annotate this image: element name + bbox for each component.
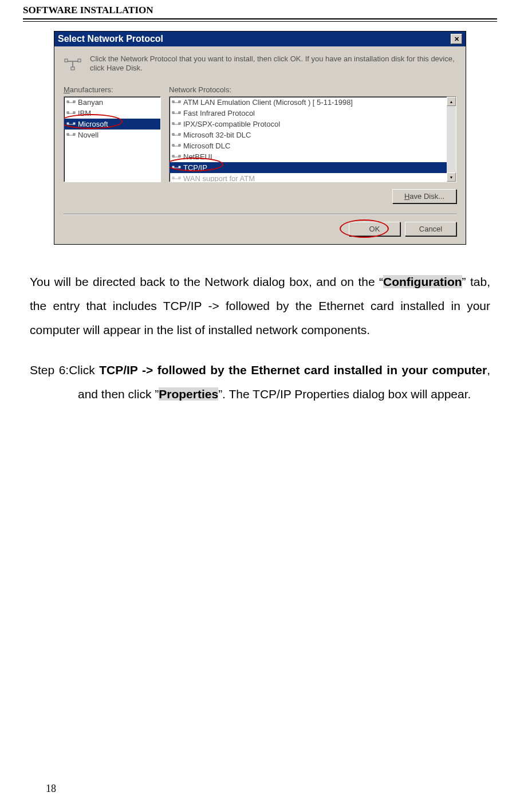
scroll-down-button[interactable]: ▾ [447, 172, 456, 182]
list-item-selected[interactable]: TCP/IP [170, 162, 447, 173]
protocols-listbox[interactable]: ATM LAN Emulation Client (Microsoft ) [ … [169, 96, 456, 182]
protocol-icon [172, 153, 181, 161]
svg-rect-37 [179, 166, 180, 168]
svg-rect-19 [179, 101, 180, 103]
svg-rect-33 [172, 155, 174, 157]
screenshot-figure: Select Network Protocol ✕ [23, 19, 497, 256]
svg-rect-7 [73, 101, 75, 103]
list-item[interactable]: Banyan [64, 97, 160, 108]
highlight-properties: Properties [159, 387, 218, 401]
protocol-icon [172, 109, 181, 117]
svg-rect-27 [172, 134, 174, 135]
svg-rect-4 [71, 67, 74, 70]
network-protocol-icon [64, 56, 82, 74]
manufacturers-label: Manufacturers: [64, 85, 161, 94]
svg-rect-22 [179, 112, 180, 113]
list-item[interactable]: Microsoft 32-bit DLC [170, 130, 447, 140]
step-label: Step 6: [30, 363, 69, 376]
list-item[interactable]: IBM [64, 108, 160, 119]
svg-rect-36 [172, 166, 174, 168]
protocols-label: Network Protocols: [169, 85, 456, 94]
list-item[interactable]: Novell [64, 130, 160, 140]
svg-rect-16 [73, 134, 75, 135]
have-disk-button[interactable]: Have Disk... [392, 189, 456, 203]
svg-rect-10 [73, 112, 75, 113]
svg-rect-39 [172, 177, 174, 179]
ok-button[interactable]: OK [349, 222, 400, 236]
close-button[interactable]: ✕ [451, 34, 462, 44]
dialog-titlebar: Select Network Protocol ✕ [54, 32, 466, 46]
svg-rect-21 [172, 112, 174, 113]
cancel-button[interactable]: Cancel [405, 222, 456, 236]
page-header: SOFTWARE INSTALLATION [23, 0, 497, 19]
page-number: 18 [46, 783, 56, 795]
close-icon: ✕ [454, 36, 459, 43]
svg-rect-3 [78, 59, 81, 62]
svg-rect-25 [179, 123, 180, 124]
list-item[interactable]: IPX/SPX-compatible Protocol [170, 119, 447, 130]
manufacturers-listbox[interactable]: Banyan IBM Microsoft [64, 96, 161, 182]
protocol-icon [66, 109, 76, 117]
list-item[interactable]: Fast Infrared Protocol [170, 108, 447, 119]
scroll-track[interactable] [447, 106, 456, 172]
protocol-icon [66, 120, 76, 128]
protocol-icon [172, 131, 181, 139]
svg-rect-30 [172, 144, 174, 146]
scrollbar-vertical[interactable]: ▴ ▾ [447, 97, 456, 182]
svg-rect-31 [179, 144, 180, 146]
list-item[interactable]: Microsoft DLC [170, 140, 447, 151]
list-item[interactable]: NetBEUI [170, 151, 447, 162]
svg-rect-28 [179, 134, 180, 135]
body-text: You will be directed back to the Network… [23, 256, 497, 406]
svg-rect-6 [67, 101, 69, 103]
dialog-title: Select Network Protocol [58, 34, 451, 44]
list-item[interactable]: ATM LAN Emulation Client (Microsoft ) [ … [170, 97, 447, 108]
scroll-up-button[interactable]: ▴ [447, 97, 456, 106]
protocol-icon [172, 120, 181, 128]
svg-rect-9 [67, 112, 69, 113]
chevron-down-icon: ▾ [450, 175, 452, 180]
svg-rect-18 [172, 101, 174, 103]
paragraph: You will be directed back to the Network… [30, 270, 490, 342]
svg-rect-24 [172, 123, 174, 124]
protocol-icon [66, 131, 76, 139]
list-item-selected[interactable]: Microsoft [64, 119, 160, 130]
svg-rect-40 [179, 177, 180, 179]
protocol-icon [172, 99, 181, 107]
dialog-instruction: Click the Network Protocol that you want… [90, 54, 456, 73]
highlight-configuration: Configuration [383, 275, 462, 288]
step-paragraph: Step 6:Click TCP/IP -> followed by the E… [30, 358, 490, 406]
separator [64, 214, 456, 215]
svg-rect-34 [179, 155, 180, 157]
chevron-up-icon: ▴ [450, 99, 452, 104]
protocol-icon [172, 175, 181, 183]
svg-rect-12 [67, 123, 69, 124]
header-title: SOFTWARE INSTALLATION [23, 5, 153, 15]
select-network-protocol-dialog: Select Network Protocol ✕ [54, 31, 466, 245]
svg-rect-2 [65, 59, 68, 62]
protocol-icon [66, 99, 76, 107]
protocol-icon [172, 142, 181, 150]
protocol-icon [172, 164, 181, 172]
list-item[interactable]: WAN support for ATM [170, 173, 447, 182]
svg-rect-13 [73, 123, 75, 124]
svg-rect-15 [67, 134, 69, 135]
